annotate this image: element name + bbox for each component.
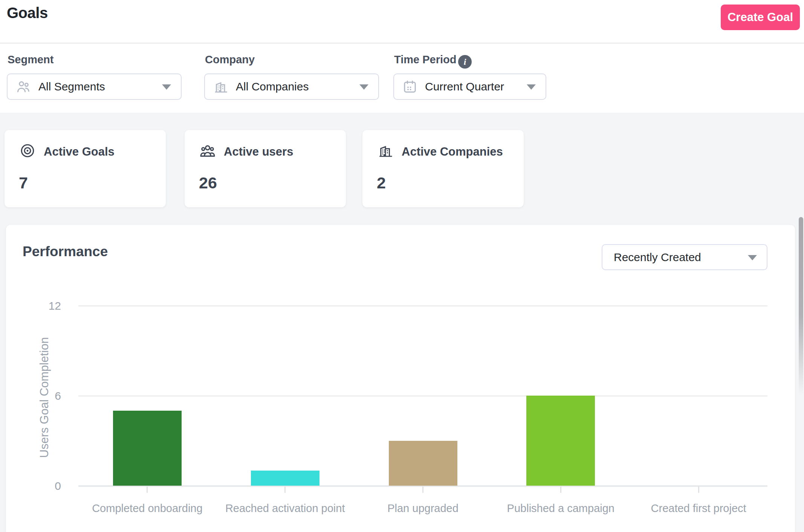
time-period-select[interactable]: Current Quarter: [393, 73, 546, 100]
y-tick-label: 0: [31, 480, 61, 492]
bar-published-a-campaign[interactable]: [526, 396, 595, 486]
bar-completed-onboarding[interactable]: [113, 411, 182, 486]
calendar-icon: [402, 79, 417, 94]
header: Goals Create Goal: [0, 0, 804, 43]
x-tick-mark: [284, 486, 286, 493]
active-companies-label: Active Companies: [402, 145, 503, 159]
company-filter-label: Company: [205, 54, 255, 66]
category-label: Plan upgraded: [352, 502, 495, 515]
time-period-select-value: Current Quarter: [425, 80, 504, 93]
info-icon[interactable]: i: [458, 55, 472, 69]
page-title: Goals: [7, 5, 48, 21]
active-companies-value: 2: [377, 174, 386, 192]
scrollbar-thumb[interactable]: [799, 217, 803, 395]
active-users-card: Active users 26: [185, 130, 346, 207]
y-tick-label: 6: [31, 390, 61, 402]
building-icon: [378, 143, 393, 159]
segment-select[interactable]: All Segments: [7, 73, 182, 100]
bar-plan-upgraded[interactable]: [389, 441, 457, 486]
gridline: [78, 306, 767, 306]
company-select-value: All Companies: [236, 80, 309, 93]
category-label: Published a campaign: [489, 502, 632, 515]
active-users-value: 26: [199, 174, 217, 192]
create-goal-button[interactable]: Create Goal: [721, 5, 800, 30]
x-tick-mark: [147, 486, 148, 493]
performance-bar-chart: Users Goal Completion 0612Completed onbo…: [6, 225, 795, 532]
company-select[interactable]: All Companies: [204, 73, 379, 100]
info-icon-glyph: i: [464, 57, 466, 66]
active-goals-card: Active Goals 7: [5, 130, 166, 207]
y-tick-label: 12: [31, 300, 61, 312]
active-goals-value: 7: [19, 174, 28, 192]
goals-dashboard: Goals Create Goal Segment All Segments C…: [0, 0, 804, 532]
x-tick-mark: [560, 486, 561, 493]
users-icon: [16, 79, 31, 94]
performance-panel: Performance Recently Created Users Goal …: [6, 225, 795, 532]
target-icon: [20, 143, 35, 159]
x-tick-mark: [422, 486, 423, 493]
chevron-down-icon: [359, 84, 368, 90]
x-tick-mark: [698, 486, 699, 493]
active-goals-label: Active Goals: [44, 145, 115, 159]
time-period-filter-label: Time Period: [394, 54, 456, 66]
chevron-down-icon: [527, 84, 536, 90]
segment-filter-label: Segment: [8, 54, 53, 66]
category-label: Completed onboarding: [76, 502, 219, 515]
building-icon: [213, 79, 228, 94]
bar-reached-activation-point[interactable]: [251, 471, 319, 486]
active-users-label: Active users: [224, 145, 293, 159]
active-companies-card: Active Companies 2: [362, 130, 524, 207]
users-group-icon: [200, 143, 216, 159]
header-divider: [0, 43, 804, 44]
chevron-down-icon: [162, 84, 171, 90]
gridline: [78, 396, 767, 396]
category-label: Created first project: [627, 502, 770, 515]
category-label: Reached activation point: [214, 502, 357, 515]
segment-select-value: All Segments: [38, 80, 105, 93]
